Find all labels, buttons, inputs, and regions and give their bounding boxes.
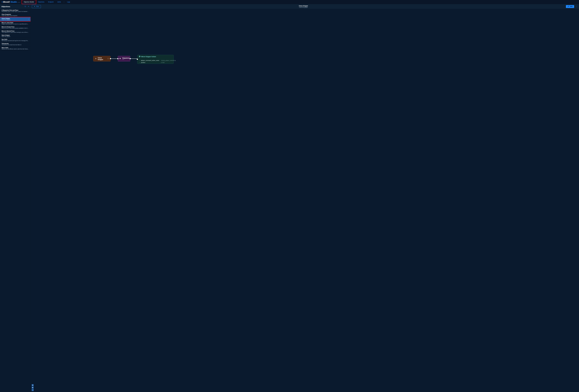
node-param-row[interactable]: →position0.7929: [137, 61, 174, 64]
arrow-right-icon: →: [139, 60, 140, 61]
logo-moveit: MoveIt: [3, 1, 10, 3]
node-close-gripper-label: Close Gripper: [98, 57, 106, 60]
zoom-controls: [32, 384, 34, 391]
objective-item-title: Say Hello: [2, 39, 29, 40]
sidebar-header: Objectives: [0, 4, 31, 9]
tab-logs[interactable]: Logs: [65, 0, 72, 4]
sidebar-title: Objectives: [1, 5, 10, 7]
canvas-title: Close Gripper: [41, 5, 566, 7]
objective-item[interactable]: Clear SnapshotClear the point cloud snap…: [0, 13, 31, 17]
objectives-sidebar[interactable]: 3 Waypoints Pick and PlaceRepeatedly gra…: [0, 9, 31, 392]
run-button[interactable]: Run: [32, 5, 41, 8]
tab-objectives[interactable]: Objectives: [36, 0, 46, 4]
objective-item-desc: Single-node behavior to move to a specif…: [2, 23, 29, 25]
objective-item[interactable]: Move to Joint StateSingle-node behavior …: [0, 21, 31, 25]
objective-item-title: Move to Joint State: [2, 22, 29, 23]
canvas-subtitle: Close the gripper: [41, 7, 566, 8]
zoom-in-button[interactable]: [32, 384, 34, 386]
objective-item[interactable]: TeleoperateTeleoperate the robot from th…: [0, 42, 31, 46]
fit-view-button[interactable]: [32, 389, 34, 391]
logo-chevron-icon: >: [2, 1, 3, 3]
app-header: > MoveIt Studio 1.12.0 Objective Builder…: [0, 0, 579, 4]
objective-item-title: Close Gripper: [2, 18, 29, 19]
gears-icon: [120, 58, 121, 60]
objective-item-desc: Clear the point cloud snapshot: [2, 15, 29, 16]
behavior-tree-canvas[interactable]: Close Gripper Sequence root: [31, 9, 579, 392]
objective-item[interactable]: Move to Named PoseThis Objective is used…: [0, 30, 31, 34]
more-icon[interactable]: ⋮: [575, 5, 578, 8]
objective-item-desc: Teleoperate the robot from the Web UI: [2, 44, 29, 46]
objective-item-title: Open Gripper: [2, 35, 29, 36]
objective-item-title: Move to Known Pose: [2, 26, 29, 28]
app-logo: > MoveIt Studio 1.12.0: [0, 1, 22, 3]
objective-item-desc: Will always succeed and log the error me…: [2, 40, 29, 41]
node-param-row[interactable]: →gripper_command_action_name/robotiq_gri…: [137, 59, 174, 61]
play-icon: [34, 5, 35, 7]
objective-item[interactable]: Wave HelloWaves the end-effector side to…: [0, 46, 31, 51]
node-sequence[interactable]: Sequence root: [118, 56, 130, 61]
node-sequence-label: Sequence: [122, 57, 129, 59]
objective-item[interactable]: Move to Known PoseMove to one of the kno…: [0, 25, 31, 30]
logo-studio: Studio: [10, 1, 17, 3]
objective-item-desc: Move to one of the known poses available…: [2, 28, 29, 29]
objective-item[interactable]: 3 Waypoints Pick and PlaceRepeatedly gra…: [0, 9, 31, 13]
objective-item[interactable]: Say HelloWill always succeed and log the…: [0, 38, 31, 42]
pencil-icon: [568, 5, 569, 7]
action-icon: [139, 56, 140, 58]
tree-icon: [95, 58, 97, 60]
objective-item[interactable]: Close GripperClose the gripper: [0, 17, 31, 21]
objective-item-desc: Open the gripper: [2, 36, 29, 37]
subheader-row: Objectives Run Close Gripper Close the g…: [0, 4, 579, 9]
canvas-title-block: Close Gripper Close the gripper: [41, 5, 566, 8]
search-icon[interactable]: [24, 5, 26, 7]
node-link: [111, 58, 118, 59]
node-input-port[interactable]: [137, 59, 138, 60]
edit-button-label: Edit: [570, 6, 573, 7]
node-param-key: position: [141, 62, 160, 63]
objective-item-desc: Repeatedly grab a small object, place it…: [2, 11, 29, 12]
node-close-gripper[interactable]: Close Gripper: [93, 56, 111, 61]
run-button-label: Run: [36, 6, 39, 7]
node-param-value: 0.7929: [161, 62, 164, 63]
node-link: [130, 58, 137, 59]
nav-tabs: Objective BuilderObjectivesEndpointJoint…: [22, 0, 72, 4]
collapse-icon[interactable]: [107, 58, 109, 59]
arrow-right-icon: →: [139, 62, 140, 63]
node-input-port[interactable]: [117, 58, 118, 59]
tab-objective-builder[interactable]: Objective Builder: [22, 0, 36, 4]
objective-item-desc: This Objective is used when moving to on…: [2, 32, 29, 33]
add-icon[interactable]: [28, 5, 29, 7]
node-action-label: Move Gripper Action: [141, 56, 156, 57]
edit-button[interactable]: Edit: [566, 5, 574, 8]
objective-item-title: Teleoperate: [2, 43, 29, 44]
objective-item-title: Move to Named Pose: [2, 30, 29, 32]
canvas-header: Run Close Gripper Close the gripper Edit…: [31, 4, 579, 9]
objective-item[interactable]: Open GripperOpen the gripper: [0, 34, 31, 38]
node-move-gripper-action[interactable]: Move Gripper Action →gripper_command_act…: [137, 55, 174, 64]
objective-item-desc: Close the gripper: [2, 19, 29, 20]
objective-item-title: 3 Waypoints Pick and Place: [2, 9, 29, 11]
zoom-out-button[interactable]: [32, 387, 34, 389]
node-param-value: /robotiq_gripper_controller/gr: [161, 60, 176, 61]
objective-item-title: Wave Hello: [2, 47, 29, 48]
node-sequence-sub: root: [122, 59, 129, 60]
objective-item-desc: Waves the end-effector side to side from…: [2, 48, 29, 50]
objective-item-title: Clear Snapshot: [2, 14, 29, 15]
tab-endpoint[interactable]: Endpoint: [46, 0, 55, 4]
node-param-key: gripper_command_action_name: [141, 60, 160, 61]
logo-version: 1.12.0: [17, 2, 20, 3]
tab-joints[interactable]: Joints: [56, 0, 63, 4]
